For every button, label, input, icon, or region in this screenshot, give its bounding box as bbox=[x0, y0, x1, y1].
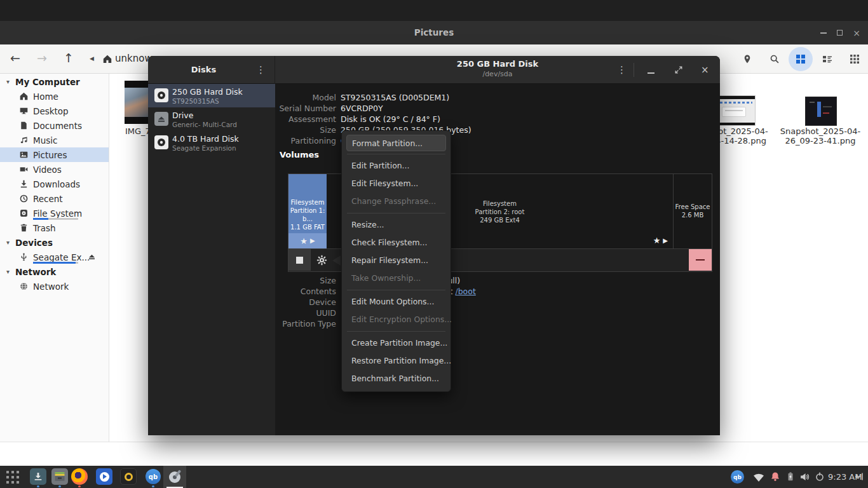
firefox-icon[interactable] bbox=[71, 468, 88, 485]
menu-item-edit-mount-options[interactable]: Edit Mount Options... bbox=[342, 293, 451, 311]
menu-item-resize[interactable]: Resize... bbox=[342, 216, 451, 234]
sidebar-item-pictures[interactable]: Pictures bbox=[0, 147, 109, 162]
close-icon[interactable]: × bbox=[853, 29, 860, 37]
file-name[interactable]: Snapshot_2025-04- 26_09-23-41.png bbox=[776, 126, 865, 146]
partition-1-flags: ★ ▶ bbox=[288, 233, 327, 248]
file-manager-statusbar: 9 items, Free space: 151.3 GB bbox=[0, 442, 868, 466]
sidebar-item-seagate[interactable]: Seagate Ex... bbox=[0, 250, 109, 264]
play-icon: ▶ bbox=[663, 238, 668, 244]
media-player-icon[interactable] bbox=[120, 468, 137, 485]
file-manager-titlebar: Pictures × bbox=[0, 21, 868, 44]
volumes-title: Volumes bbox=[280, 150, 319, 159]
running-indicator bbox=[58, 485, 61, 487]
menu-item-edit-partition[interactable]: Edit Partition... bbox=[342, 157, 451, 175]
sidebar-item-documents[interactable]: Documents bbox=[0, 118, 109, 133]
menu-item-benchmark-partition[interactable]: Benchmark Partition... bbox=[342, 370, 451, 388]
sidebar-item-music[interactable]: Music bbox=[0, 133, 109, 147]
boot-mount-link[interactable]: /boot bbox=[455, 287, 475, 296]
file-name[interactable]: IMG_7 bbox=[125, 126, 151, 136]
delete-partition-button[interactable] bbox=[689, 249, 712, 271]
minimize-icon[interactable] bbox=[648, 72, 654, 74]
sidebar-item-desktop[interactable]: Desktop bbox=[0, 104, 109, 118]
app-menu-icon[interactable] bbox=[6, 471, 19, 484]
gear-icon bbox=[316, 255, 327, 266]
qbittorrent-tray-icon[interactable]: qb bbox=[731, 470, 744, 484]
sidebar-item-trash[interactable]: Trash bbox=[0, 220, 109, 235]
sidebar-menu-icon[interactable]: ⋮ bbox=[256, 56, 266, 84]
disks-device-list: 250 GB Hard Disk ST9250315AS Drive Gener… bbox=[148, 84, 275, 435]
disk-usage-bar bbox=[33, 262, 78, 264]
chevron-down-icon: ▾ bbox=[6, 239, 15, 246]
address-text[interactable]: unknow bbox=[115, 53, 153, 64]
menu-item-create-partition-image[interactable]: Create Partition Image... bbox=[342, 334, 451, 352]
file-thumbnail[interactable] bbox=[805, 97, 837, 126]
sidebar-section-my-computer[interactable]: ▾ My Computer bbox=[0, 74, 109, 89]
menu-item-edit-filesystem[interactable]: Edit Filesystem... bbox=[342, 175, 451, 193]
app-grid-icon[interactable] bbox=[850, 54, 860, 64]
video-player-icon[interactable] bbox=[96, 468, 112, 485]
battery-icon[interactable] bbox=[785, 471, 796, 482]
disks-taskbar-button[interactable] bbox=[163, 466, 186, 488]
menu-item-restore-partition-image[interactable]: Restore Partition Image... bbox=[342, 352, 451, 370]
partition-1[interactable]: Filesystem Partition 1: b... 1.1 GB FAT … bbox=[288, 174, 327, 248]
partition-options-button[interactable] bbox=[311, 249, 333, 271]
info-row: Serial Number 6VCRDP0Y bbox=[275, 104, 720, 114]
menu-item-repair-filesystem[interactable]: Repair Filesystem... bbox=[342, 252, 451, 269]
qbittorrent-icon[interactable]: qb bbox=[146, 469, 161, 484]
sidebar-item-home[interactable]: Home bbox=[0, 89, 109, 104]
notification-bell-icon[interactable] bbox=[770, 471, 780, 482]
file-cabinet-icon[interactable] bbox=[51, 468, 68, 485]
unmount-button[interactable] bbox=[288, 249, 311, 271]
up-button[interactable]: ↑ bbox=[64, 52, 74, 64]
volume-icon[interactable] bbox=[799, 471, 810, 482]
sidebar-item-network[interactable]: Network bbox=[0, 279, 109, 294]
menu-item-check-filesystem[interactable]: Check Filesystem... bbox=[342, 234, 451, 252]
app-title: Disks bbox=[148, 56, 259, 83]
menu-item-change-passphrase: Change Passphrase... bbox=[342, 193, 451, 210]
maximize-icon[interactable] bbox=[837, 30, 843, 36]
sidebar-item-videos[interactable]: Videos bbox=[0, 162, 109, 177]
menu-separator bbox=[347, 290, 445, 290]
top-strip bbox=[0, 0, 868, 21]
back-button[interactable]: ← bbox=[10, 52, 20, 64]
sidebar-item-recent[interactable]: Recent bbox=[0, 191, 109, 206]
grid-view-button[interactable] bbox=[789, 47, 813, 71]
usb-icon bbox=[19, 252, 29, 262]
minimize-icon[interactable] bbox=[820, 32, 827, 34]
power-icon[interactable] bbox=[815, 471, 825, 482]
popover-arrow bbox=[332, 255, 341, 266]
device-row-4tb[interactable]: 4.0 TB Hard Disk Seagate Expansion bbox=[148, 131, 275, 154]
eject-icon[interactable] bbox=[88, 253, 96, 261]
maximize-icon[interactable] bbox=[674, 65, 683, 74]
sidebar-section-devices[interactable]: ▾ Devices bbox=[0, 235, 109, 250]
collapse-path-icon[interactable]: ◀ bbox=[90, 55, 94, 62]
device-row-card[interactable]: Drive Generic- Multi-Card bbox=[148, 107, 275, 131]
device-row-250gb[interactable]: 250 GB Hard Disk ST9250315AS bbox=[148, 84, 275, 107]
chevron-down-icon: ▾ bbox=[6, 78, 15, 85]
sidebar-item-file-system[interactable]: File System bbox=[0, 206, 109, 220]
search-icon[interactable] bbox=[770, 54, 780, 64]
sidebar-item-downloads[interactable]: Downloads bbox=[0, 177, 109, 191]
compact-view-icon[interactable] bbox=[822, 53, 833, 65]
home-path-icon[interactable] bbox=[102, 54, 112, 64]
home-icon bbox=[19, 92, 29, 101]
info-row: Model ST9250315AS (D005DEM1) bbox=[275, 93, 720, 104]
download-icon bbox=[19, 179, 29, 189]
image-icon bbox=[19, 150, 29, 159]
file-manager-sidebar: ▾ My Computer Home Desktop Documents Mus… bbox=[0, 74, 109, 442]
free-space-segment[interactable]: Free Space 2.6 MB bbox=[673, 174, 712, 248]
music-icon bbox=[19, 135, 29, 145]
forward-button[interactable]: → bbox=[37, 52, 47, 64]
sidebar-section-network[interactable]: ▾ Network bbox=[0, 264, 109, 279]
disks-sidebar-header: Disks ⋮ bbox=[148, 56, 275, 84]
close-icon[interactable]: × bbox=[701, 64, 709, 76]
window-menu-icon[interactable]: ⋮ bbox=[617, 56, 627, 84]
package-installer-icon[interactable] bbox=[30, 468, 46, 485]
play-icon: ▶ bbox=[310, 238, 315, 244]
wifi-icon[interactable] bbox=[752, 471, 765, 484]
chevron-down-icon: ▾ bbox=[6, 268, 15, 275]
location-pin-icon[interactable] bbox=[742, 54, 752, 64]
menu-item-format-partition[interactable]: Format Partition... bbox=[346, 135, 446, 151]
hide-panel-icon[interactable] bbox=[854, 471, 864, 482]
running-indicator bbox=[78, 485, 81, 487]
